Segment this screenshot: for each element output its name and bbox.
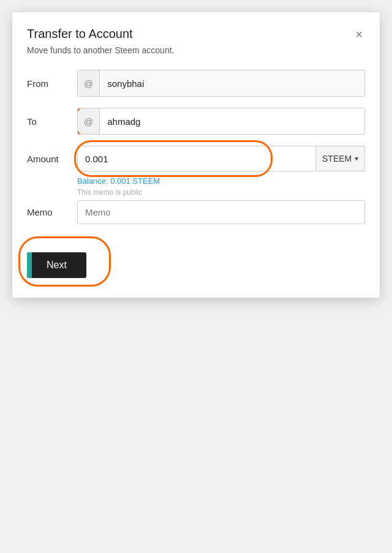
close-button[interactable]: × xyxy=(353,27,365,42)
memo-input[interactable] xyxy=(78,201,364,224)
amount-input-row: STEEM ▾ xyxy=(77,146,365,171)
currency-label: STEEM xyxy=(322,154,352,164)
amount-input-wrapper xyxy=(77,146,316,171)
memo-label: Memo xyxy=(27,207,70,217)
from-label: From xyxy=(27,78,70,89)
amount-label: Amount xyxy=(27,154,70,164)
amount-input[interactable] xyxy=(78,148,315,170)
next-button-wrapper: Next xyxy=(27,245,86,278)
dialog-title: Transfer to Account xyxy=(27,27,133,41)
from-input-wrapper: @ xyxy=(77,70,365,97)
from-input[interactable] xyxy=(100,72,364,95)
currency-select[interactable]: STEEM ▾ xyxy=(316,146,365,171)
to-at-prefix: @ xyxy=(78,108,100,134)
to-label: To xyxy=(27,116,70,127)
memo-row: Memo xyxy=(27,200,365,224)
to-input[interactable] xyxy=(100,110,364,133)
from-row: From @ xyxy=(27,70,365,97)
dialog-header: Transfer to Account × xyxy=(27,27,365,42)
chevron-down-icon: ▾ xyxy=(355,154,358,163)
transfer-dialog: Transfer to Account × Move funds to anot… xyxy=(12,12,380,298)
to-row: To @ xyxy=(27,108,365,135)
memo-input-wrapper xyxy=(77,200,365,224)
dialog-subtitle: Move funds to another Steem account. xyxy=(27,45,365,55)
amount-row: Amount STEEM ▾ xyxy=(27,146,365,171)
from-at-prefix: @ xyxy=(78,70,100,96)
memo-public-hint: This memo is public xyxy=(77,188,365,197)
balance-hint: Balance: 0.001 STEEM xyxy=(77,176,365,186)
next-button[interactable]: Next xyxy=(27,252,86,278)
to-input-wrapper: @ xyxy=(77,108,365,135)
